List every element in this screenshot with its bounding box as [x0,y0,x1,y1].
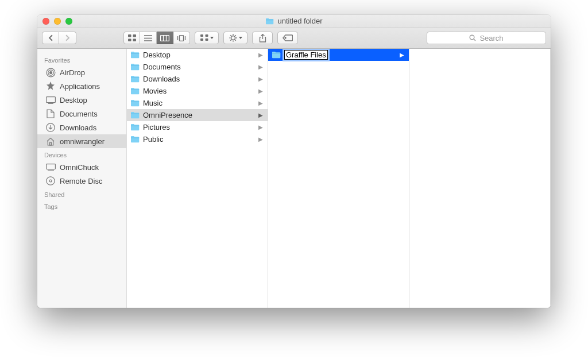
downloads-icon [45,122,56,133]
view-icons-button[interactable] [123,32,140,44]
folder-icon [130,63,140,71]
list-item-label: Movies [143,87,167,95]
sidebar-item-label: OmniChuck [60,163,99,172]
sidebar-section-header: Favorites [37,53,126,65]
tags-button[interactable] [277,32,298,44]
applications-icon [45,81,56,91]
svg-line-28 [474,39,475,41]
column-2[interactable]: Graffle Files ▶ [268,49,409,308]
svg-point-26 [285,37,286,38]
list-item[interactable]: Desktop ▶ [127,49,268,61]
disc-icon [45,176,56,186]
sidebar-item-applications[interactable]: Applications [37,79,126,93]
search-field[interactable]: Search [427,32,546,44]
chevron-right-icon: ▶ [400,52,407,58]
svg-point-39 [49,180,52,182]
folder-icon [130,75,140,83]
sidebar-item-remote-disc[interactable]: Remote Disc [37,174,126,188]
close-button[interactable] [42,18,49,25]
folder-icon [130,123,140,131]
column-3[interactable] [409,49,551,308]
sidebar-item-label: Desktop [60,96,87,104]
view-group [123,32,190,44]
svg-point-27 [470,35,475,40]
list-item[interactable]: Pictures ▶ [127,121,268,133]
documents-icon [45,109,56,119]
traffic-lights [37,18,72,25]
list-item[interactable]: Documents ▶ [127,61,268,73]
chevron-right-icon: ▶ [258,76,265,82]
svg-line-24 [235,35,236,36]
list-item-label: Desktop [143,51,171,59]
view-list-button[interactable] [140,32,157,44]
nav-group [42,32,76,44]
svg-rect-16 [205,38,208,41]
list-item-label: Downloads [143,75,180,83]
folder-icon [272,51,281,59]
svg-point-31 [49,71,52,73]
sidebar-section-header: Shared [37,188,126,200]
list-item[interactable]: Graffle Files ▶ [268,49,409,61]
chevron-right-icon: ▶ [258,88,265,94]
sidebar-item-label: omniwrangler [60,137,105,146]
column-browser: Desktop ▶ Documents ▶ Downloads ▶ Movies… [127,49,551,308]
list-item-label: Public [143,135,163,144]
svg-rect-10 [180,35,184,41]
svg-rect-32 [46,96,55,102]
search-icon [469,34,476,41]
back-button[interactable] [42,32,59,44]
svg-rect-35 [50,142,52,145]
action-button[interactable] [223,32,247,44]
svg-line-22 [230,35,231,36]
computer-icon [45,162,56,172]
view-columns-button[interactable] [157,32,173,44]
svg-rect-15 [200,38,203,41]
chevron-down-icon [210,37,214,39]
view-gallery-button[interactable] [173,32,190,44]
sidebar-item-desktop[interactable]: Desktop [37,93,126,107]
chevron-right-icon: ▶ [258,124,265,130]
rename-input[interactable]: Graffle Files [284,50,328,60]
sidebar-item-label: Applications [60,82,100,91]
svg-rect-7 [161,35,169,41]
chevron-right-icon: ▶ [258,100,265,106]
sidebar-item-documents[interactable]: Documents [37,107,126,121]
chevron-down-icon [239,37,242,39]
sidebar-section-header: Devices [37,148,126,160]
chevron-right-icon: ▶ [258,112,265,118]
list-item-label: OmniPresence [143,111,192,119]
sidebar-item-airdrop[interactable]: AirDrop [37,65,126,79]
list-item[interactable]: Music ▶ [127,97,268,109]
svg-rect-36 [46,164,55,169]
column-1[interactable]: Desktop ▶ Documents ▶ Downloads ▶ Movies… [127,49,268,308]
svg-rect-3 [133,39,136,42]
svg-rect-0 [128,34,131,37]
sidebar-section-header: Tags [37,200,126,212]
minimize-button[interactable] [54,18,61,25]
folder-icon [265,18,274,25]
sidebar-item-computer[interactable]: OmniChuck [37,160,126,174]
sidebar-item-label: Downloads [60,123,96,132]
sidebar-item-downloads[interactable]: Downloads [37,121,126,134]
svg-line-25 [230,40,231,41]
arrange-button[interactable] [195,32,219,44]
svg-rect-1 [133,34,136,37]
share-button[interactable] [252,32,273,44]
home-icon [45,136,56,146]
window-title: untitled folder [277,17,322,25]
finder-window: untitled folder [37,15,551,308]
svg-rect-13 [200,34,203,37]
svg-rect-2 [128,39,131,42]
list-item[interactable]: Movies ▶ [127,85,268,97]
list-item[interactable]: OmniPresence ▶ [127,109,268,121]
zoom-button[interactable] [65,18,72,25]
forward-button[interactable] [59,32,76,44]
chevron-right-icon: ▶ [258,136,265,142]
sidebar: Favorites AirDrop Applications [37,49,127,308]
list-item[interactable]: Public ▶ [127,133,268,145]
list-item[interactable]: Downloads ▶ [127,73,268,85]
sidebar-item-home[interactable]: omniwrangler [37,134,126,148]
sidebar-item-label: Documents [60,110,98,118]
svg-point-38 [47,177,55,185]
folder-icon [130,111,140,119]
